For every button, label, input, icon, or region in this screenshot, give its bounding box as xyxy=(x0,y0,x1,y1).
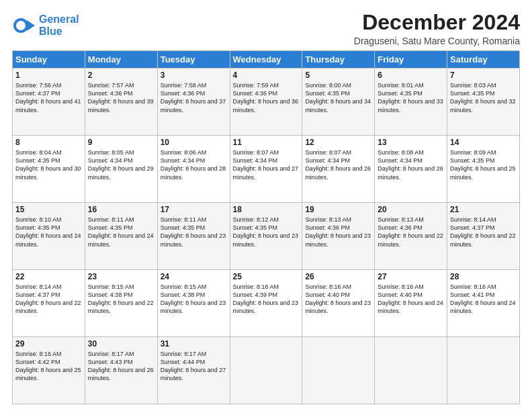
table-row: 17Sunrise: 8:11 AMSunset: 4:35 PMDayligh… xyxy=(157,203,230,270)
cell-info: Sunrise: 8:07 AMSunset: 4:34 PMDaylight:… xyxy=(233,148,300,181)
daylight-text: Daylight: 8 hours and 26 minutes. xyxy=(305,165,371,181)
sunrise-text: Sunrise: 8:08 AM xyxy=(378,148,444,156)
table-row xyxy=(447,337,520,404)
table-row: 8Sunrise: 8:04 AMSunset: 4:35 PMDaylight… xyxy=(13,136,85,203)
table-row: 5Sunrise: 8:00 AMSunset: 4:35 PMDaylight… xyxy=(302,68,375,136)
header-saturday: Saturday xyxy=(447,51,520,68)
cell-info: Sunrise: 8:04 AMSunset: 4:35 PMDaylight:… xyxy=(15,148,82,181)
cell-info: Sunrise: 8:15 AMSunset: 4:38 PMDaylight:… xyxy=(88,283,154,316)
sunset-text: Sunset: 4:34 PM xyxy=(233,156,300,165)
cell-info: Sunrise: 8:16 AMSunset: 4:40 PMDaylight:… xyxy=(305,283,371,316)
sunrise-text: Sunrise: 8:17 AM xyxy=(88,350,154,358)
sunset-text: Sunset: 4:34 PM xyxy=(88,156,154,165)
day-number: 22 xyxy=(15,272,82,281)
table-row: 22Sunrise: 8:14 AMSunset: 4:37 PMDayligh… xyxy=(13,270,85,337)
daylight-text: Daylight: 8 hours and 27 minutes. xyxy=(161,366,227,382)
table-row: 26Sunrise: 8:16 AMSunset: 4:40 PMDayligh… xyxy=(302,270,375,337)
sunrise-text: Sunrise: 7:56 AM xyxy=(15,81,82,89)
sunset-text: Sunset: 4:43 PM xyxy=(88,358,154,366)
sunset-text: Sunset: 4:34 PM xyxy=(378,156,444,165)
sunset-text: Sunset: 4:37 PM xyxy=(15,291,82,299)
table-row: 24Sunrise: 8:15 AMSunset: 4:38 PMDayligh… xyxy=(157,270,230,337)
cell-info: Sunrise: 7:57 AMSunset: 4:36 PMDaylight:… xyxy=(88,81,154,114)
day-number: 12 xyxy=(305,138,371,147)
table-row: 28Sunrise: 8:16 AMSunset: 4:41 PMDayligh… xyxy=(447,270,520,337)
cell-info: Sunrise: 8:16 AMSunset: 4:42 PMDaylight:… xyxy=(15,350,82,383)
month-title: December 2024 xyxy=(354,11,520,34)
calendar-week-row: 22Sunrise: 8:14 AMSunset: 4:37 PMDayligh… xyxy=(13,270,520,337)
daylight-text: Daylight: 8 hours and 23 minutes. xyxy=(233,299,300,315)
header-wednesday: Wednesday xyxy=(230,51,302,68)
day-number: 16 xyxy=(88,205,154,214)
sunrise-text: Sunrise: 8:07 AM xyxy=(233,148,300,156)
sunset-text: Sunset: 4:35 PM xyxy=(450,156,517,165)
sunrise-text: Sunrise: 8:17 AM xyxy=(161,350,227,358)
day-number: 8 xyxy=(15,138,82,147)
table-row: 25Sunrise: 8:16 AMSunset: 4:39 PMDayligh… xyxy=(230,270,302,337)
day-number: 29 xyxy=(15,339,82,349)
sunset-text: Sunset: 4:36 PM xyxy=(161,89,227,97)
sunrise-text: Sunrise: 8:16 AM xyxy=(378,283,444,291)
daylight-text: Daylight: 8 hours and 23 minutes. xyxy=(305,299,371,315)
table-row xyxy=(302,337,375,404)
cell-info: Sunrise: 8:01 AMSunset: 4:35 PMDaylight:… xyxy=(378,81,444,114)
day-number: 14 xyxy=(450,138,517,147)
table-row xyxy=(375,337,447,404)
sunset-text: Sunset: 4:38 PM xyxy=(161,291,227,299)
daylight-text: Daylight: 8 hours and 22 minutes. xyxy=(378,232,444,248)
svg-point-1 xyxy=(16,21,26,30)
sunrise-text: Sunrise: 8:16 AM xyxy=(305,283,371,291)
cell-info: Sunrise: 8:07 AMSunset: 4:34 PMDaylight:… xyxy=(305,148,371,181)
table-row xyxy=(230,337,302,404)
sunset-text: Sunset: 4:35 PM xyxy=(450,89,517,97)
daylight-text: Daylight: 8 hours and 26 minutes. xyxy=(378,165,444,181)
header-sunday: Sunday xyxy=(13,51,85,68)
table-row: 3Sunrise: 7:58 AMSunset: 4:36 PMDaylight… xyxy=(157,68,230,136)
header-tuesday: Tuesday xyxy=(157,51,230,68)
sunrise-text: Sunrise: 7:58 AM xyxy=(161,81,227,89)
daylight-text: Daylight: 8 hours and 23 minutes. xyxy=(161,299,227,315)
calendar-week-row: 29Sunrise: 8:16 AMSunset: 4:42 PMDayligh… xyxy=(13,337,520,404)
sunset-text: Sunset: 4:40 PM xyxy=(378,291,444,299)
header-friday: Friday xyxy=(375,51,447,68)
daylight-text: Daylight: 8 hours and 23 minutes. xyxy=(233,232,300,248)
day-number: 20 xyxy=(378,205,444,214)
sunrise-text: Sunrise: 7:59 AM xyxy=(233,81,300,89)
table-row: 14Sunrise: 8:09 AMSunset: 4:35 PMDayligh… xyxy=(447,136,520,203)
sunset-text: Sunset: 4:40 PM xyxy=(305,291,371,299)
table-row: 10Sunrise: 8:06 AMSunset: 4:34 PMDayligh… xyxy=(157,136,230,203)
cell-info: Sunrise: 8:17 AMSunset: 4:44 PMDaylight:… xyxy=(161,350,227,383)
page-header: General Blue December 2024 Draguseni, Sa… xyxy=(12,11,520,46)
table-row: 30Sunrise: 8:17 AMSunset: 4:43 PMDayligh… xyxy=(85,337,157,404)
daylight-text: Daylight: 8 hours and 32 minutes. xyxy=(450,97,517,113)
sunrise-text: Sunrise: 8:14 AM xyxy=(450,216,517,224)
day-number: 17 xyxy=(161,205,227,214)
sunrise-text: Sunrise: 8:13 AM xyxy=(305,216,371,224)
day-number: 10 xyxy=(161,138,227,147)
daylight-text: Daylight: 8 hours and 22 minutes. xyxy=(450,232,517,248)
table-row: 31Sunrise: 8:17 AMSunset: 4:44 PMDayligh… xyxy=(157,337,230,404)
header-thursday: Thursday xyxy=(302,51,375,68)
daylight-text: Daylight: 8 hours and 24 minutes. xyxy=(88,232,154,248)
sunrise-text: Sunrise: 8:15 AM xyxy=(88,283,154,291)
cell-info: Sunrise: 8:14 AMSunset: 4:37 PMDaylight:… xyxy=(15,283,82,316)
sunset-text: Sunset: 4:39 PM xyxy=(233,291,300,299)
sunrise-text: Sunrise: 8:11 AM xyxy=(88,216,154,224)
sunrise-text: Sunrise: 7:57 AM xyxy=(88,81,154,89)
day-number: 7 xyxy=(450,71,517,80)
calendar-header-row: Sunday Monday Tuesday Wednesday Thursday… xyxy=(13,51,520,68)
sunrise-text: Sunrise: 8:16 AM xyxy=(15,350,82,358)
cell-info: Sunrise: 7:59 AMSunset: 4:36 PMDaylight:… xyxy=(233,81,300,114)
cell-info: Sunrise: 8:14 AMSunset: 4:37 PMDaylight:… xyxy=(450,216,517,248)
daylight-text: Daylight: 8 hours and 23 minutes. xyxy=(161,232,227,248)
cell-info: Sunrise: 8:10 AMSunset: 4:35 PMDaylight:… xyxy=(15,216,82,248)
table-row: 21Sunrise: 8:14 AMSunset: 4:37 PMDayligh… xyxy=(447,203,520,270)
day-number: 1 xyxy=(15,71,82,80)
daylight-text: Daylight: 8 hours and 28 minutes. xyxy=(161,165,227,181)
day-number: 11 xyxy=(233,138,300,147)
sunset-text: Sunset: 4:36 PM xyxy=(378,224,444,232)
cell-info: Sunrise: 8:05 AMSunset: 4:34 PMDaylight:… xyxy=(88,148,154,181)
table-row: 16Sunrise: 8:11 AMSunset: 4:35 PMDayligh… xyxy=(85,203,157,270)
sunrise-text: Sunrise: 8:15 AM xyxy=(161,283,227,291)
table-row: 18Sunrise: 8:12 AMSunset: 4:35 PMDayligh… xyxy=(230,203,302,270)
